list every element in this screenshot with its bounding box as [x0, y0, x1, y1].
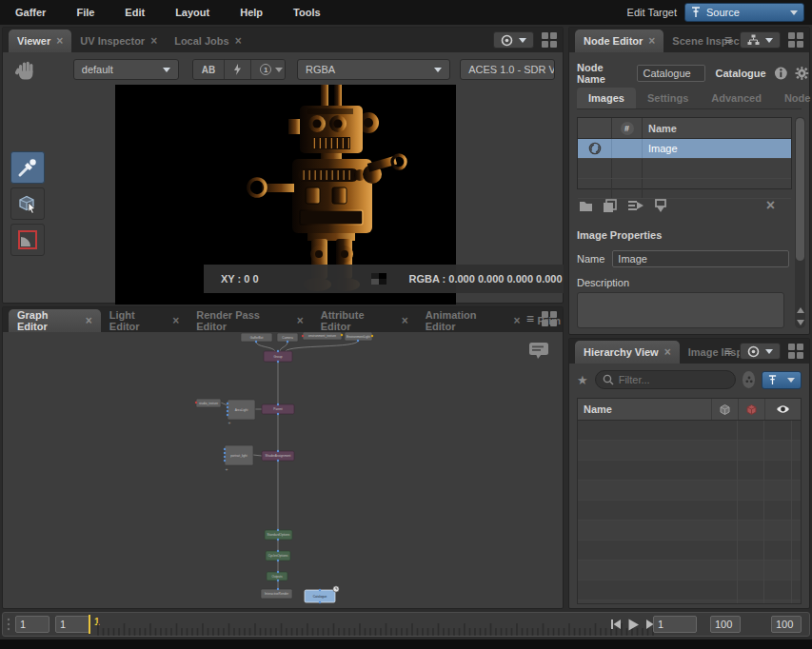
tab-overflow-menu-icon[interactable]: ≡: [724, 33, 732, 47]
menu-edit[interactable]: Edit: [109, 7, 160, 18]
close-icon[interactable]: ×: [648, 36, 655, 46]
info-icon[interactable]: [774, 66, 788, 81]
tab-viewer[interactable]: Viewer×: [9, 30, 71, 52]
tab-images[interactable]: Images: [577, 88, 636, 108]
new-image-icon[interactable]: [579, 199, 593, 212]
view-select-dropdown[interactable]: default: [73, 59, 179, 80]
crop-window-tool-button[interactable]: [10, 224, 45, 256]
close-icon[interactable]: ×: [297, 316, 304, 325]
plug-dot[interactable]: [357, 340, 359, 342]
tab-graph-editor[interactable]: Graph Editor×: [9, 309, 101, 332]
plug-dot[interactable]: [227, 403, 228, 404]
playhead[interactable]: [89, 615, 90, 634]
duplicate-icon[interactable]: [603, 199, 618, 213]
menu-file[interactable]: File: [61, 7, 109, 18]
tab-hierarchy-view[interactable]: Hierarchy View×: [575, 341, 680, 364]
layout-grid-icon[interactable]: [788, 32, 803, 48]
close-icon[interactable]: ×: [172, 316, 179, 325]
plug-dot[interactable]: [277, 450, 279, 452]
scrollbar-thumb[interactable]: [796, 118, 804, 261]
close-icon[interactable]: ×: [664, 347, 671, 357]
layout-grid-icon[interactable]: [788, 344, 803, 359]
bookmark-star-icon[interactable]: ★: [577, 373, 588, 387]
layout-grid-icon[interactable]: [542, 311, 557, 326]
plug-dot[interactable]: [195, 402, 197, 403]
gear-icon[interactable]: [795, 66, 809, 81]
plug-dot[interactable]: [224, 448, 226, 450]
plug-dot[interactable]: [302, 335, 304, 337]
pin-filter-dropdown[interactable]: [762, 371, 802, 389]
play-icon[interactable]: [627, 619, 640, 631]
description-textarea[interactable]: [577, 292, 784, 328]
compare-ab-button[interactable]: AB: [193, 60, 225, 79]
playback-start-input[interactable]: [55, 616, 89, 633]
node-name-input[interactable]: [637, 65, 705, 82]
plug-dot[interactable]: [255, 341, 257, 343]
display-transform-button[interactable]: ACES 1.0 - SDR Vide: [460, 59, 555, 80]
plug-dot[interactable]: [277, 361, 279, 363]
edit-target-dropdown[interactable]: Source: [684, 3, 804, 22]
inclusions-column[interactable]: [711, 399, 738, 420]
tab-render-pass-editor[interactable]: Render Pass Editor×: [188, 309, 311, 332]
plug-dot[interactable]: [371, 335, 373, 337]
node-graph-canvas[interactable]: GafferBotCameraenvironment_textureEnviro…: [3, 332, 563, 608]
plug-dot[interactable]: [227, 410, 228, 412]
frame-ruler[interactable]: [96, 615, 654, 636]
tab-node[interactable]: Node: [773, 88, 812, 108]
color-picker-tool-button[interactable]: [10, 151, 45, 184]
scroll-up-icon[interactable]: [795, 305, 805, 316]
catalogue-output-button[interactable]: 1: [251, 60, 286, 79]
plug-dot[interactable]: [287, 341, 288, 343]
plug-dot[interactable]: [227, 414, 228, 416]
range-start-input[interactable]: [15, 616, 50, 633]
menu-tools[interactable]: Tools: [278, 7, 336, 18]
plug-dot[interactable]: [224, 452, 226, 454]
close-icon[interactable]: ×: [514, 316, 521, 325]
scroll-down-icon[interactable]: [795, 317, 805, 328]
tab-light-editor[interactable]: Light Editor×: [101, 309, 188, 332]
close-icon[interactable]: ×: [235, 36, 242, 46]
filter-input[interactable]: [619, 374, 714, 385]
visibility-column[interactable]: [764, 399, 801, 420]
export-icon[interactable]: [627, 199, 644, 212]
plug-dot[interactable]: [277, 350, 279, 352]
plug-dot[interactable]: [277, 588, 279, 590]
plug-dot[interactable]: [319, 601, 321, 603]
tab-settings[interactable]: Settings: [636, 88, 700, 108]
tab-attribute-editor[interactable]: Attribute Editor×: [312, 309, 417, 332]
plug-dot[interactable]: [277, 550, 279, 552]
plug-dot[interactable]: [227, 406, 228, 408]
remove-image-icon[interactable]: ×: [766, 197, 775, 214]
close-icon[interactable]: ×: [86, 316, 92, 325]
plug-dot[interactable]: [277, 403, 279, 405]
plug-dot[interactable]: [277, 413, 279, 415]
plug-dot[interactable]: [277, 580, 279, 581]
expand-plus-icon[interactable]: +: [228, 420, 231, 425]
plug-dot[interactable]: [277, 560, 279, 561]
plug-dot[interactable]: [277, 571, 279, 573]
plug-dot[interactable]: [341, 334, 343, 336]
range-end-input[interactable]: [771, 616, 802, 633]
close-icon[interactable]: ×: [402, 316, 408, 325]
image-name-input[interactable]: [612, 250, 789, 267]
tab-overflow-menu-icon[interactable]: ≡: [724, 344, 732, 358]
node-editor-scrollbar[interactable]: [795, 117, 805, 328]
selection-tool-button[interactable]: [10, 187, 45, 220]
plug-dot[interactable]: [224, 456, 226, 458]
menu-help[interactable]: Help: [225, 7, 278, 18]
focus-menu-button[interactable]: [740, 343, 781, 360]
expand-plus-icon[interactable]: +: [226, 466, 228, 472]
plug-dot[interactable]: [277, 529, 279, 531]
plug-dot[interactable]: [224, 460, 226, 462]
import-icon[interactable]: [654, 199, 667, 213]
layout-grid-icon[interactable]: [542, 32, 557, 48]
filter-options-icon[interactable]: [743, 371, 756, 388]
tab-uv-inspector[interactable]: UV Inspector×: [71, 30, 166, 52]
tab-local-jobs[interactable]: Local Jobs×: [166, 30, 249, 52]
exclusions-column[interactable]: [738, 399, 764, 420]
annotation-bubble-icon[interactable]: [528, 342, 549, 361]
close-icon[interactable]: ×: [56, 36, 63, 46]
menu-gaffer[interactable]: Gaffer: [0, 7, 61, 18]
filter-search-box[interactable]: [595, 370, 736, 389]
wipe-button[interactable]: [225, 60, 251, 79]
